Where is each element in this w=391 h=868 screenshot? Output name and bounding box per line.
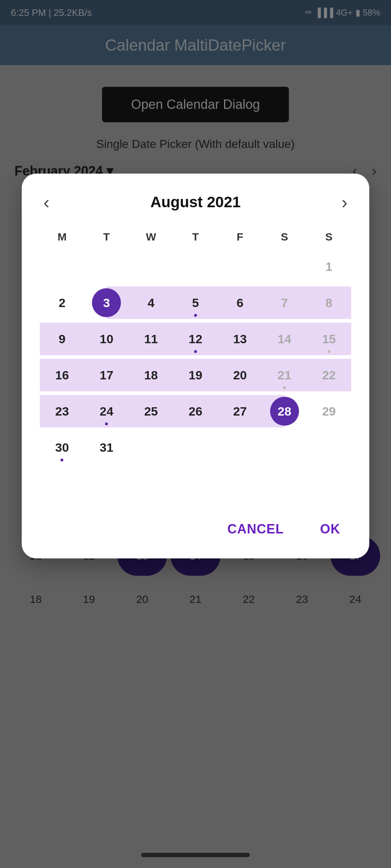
cal-day-cell <box>173 250 218 283</box>
cal-day-cell <box>84 250 129 283</box>
day-number: 2 <box>47 288 76 317</box>
cal-day-cell[interactable]: 30 <box>40 431 84 464</box>
cal-day-cell[interactable]: 16 <box>40 359 84 391</box>
day-number: 1 <box>315 252 344 281</box>
prev-month-button[interactable]: ‹ <box>40 192 53 213</box>
day-number: 19 <box>181 361 210 390</box>
cal-day-cell <box>40 250 84 283</box>
weekday-label: S <box>307 231 351 243</box>
cal-day-cell[interactable]: 11 <box>129 323 173 355</box>
ok-button[interactable]: OK <box>309 514 351 544</box>
day-number: 4 <box>136 288 165 317</box>
cal-day-cell <box>173 431 218 464</box>
cal-day-cell[interactable]: 26 <box>173 395 218 427</box>
day-number: 25 <box>136 397 165 426</box>
weekday-label: T <box>84 231 129 243</box>
day-number: 28 <box>270 397 299 426</box>
event-dot <box>194 314 197 317</box>
day-number: 11 <box>136 324 165 353</box>
day-number: 5 <box>181 288 210 317</box>
cal-day-cell[interactable]: 13 <box>218 323 262 355</box>
day-number: 10 <box>92 324 121 353</box>
next-month-button[interactable]: › <box>338 192 351 213</box>
cal-day-cell <box>218 250 262 283</box>
cal-day-cell <box>218 431 262 464</box>
cal-day-cell <box>262 250 307 283</box>
cal-day-cell[interactable]: 28 <box>262 395 307 427</box>
cal-day-cell[interactable]: 14 <box>262 323 307 355</box>
cal-grid: 1234567891011121314151617181920212223242… <box>40 250 351 500</box>
cal-day-cell[interactable]: 29 <box>307 395 351 427</box>
cal-day-cell <box>129 250 173 283</box>
day-number: 24 <box>92 397 121 426</box>
weekday-label: M <box>40 231 84 243</box>
cal-day-cell[interactable]: 24 <box>84 395 129 427</box>
cal-day-cell[interactable]: 1 <box>307 250 351 283</box>
day-number: 30 <box>47 433 76 462</box>
weekday-label: F <box>218 231 262 243</box>
cal-day-cell[interactable]: 5 <box>173 286 218 319</box>
cal-day-cell[interactable]: 31 <box>84 431 129 464</box>
dialog-month-title: August 2021 <box>150 193 241 211</box>
cal-day-cell[interactable]: 25 <box>129 395 173 427</box>
cal-day-cell[interactable]: 23 <box>40 395 84 427</box>
day-number: 26 <box>181 397 210 426</box>
event-dot <box>328 350 331 353</box>
home-indicator <box>141 853 250 857</box>
cal-day-cell <box>307 431 351 464</box>
cal-day-cell[interactable]: 6 <box>218 286 262 319</box>
cal-day-cell[interactable]: 2 <box>40 286 84 319</box>
weekday-label: S <box>262 231 307 243</box>
day-number: 27 <box>226 397 255 426</box>
day-number: 9 <box>47 324 76 353</box>
cal-day-cell[interactable]: 4 <box>129 286 173 319</box>
day-number: 20 <box>226 361 255 390</box>
cal-day-cell[interactable]: 18 <box>129 359 173 391</box>
cal-day-cell[interactable]: 19 <box>173 359 218 391</box>
cal-weekdays: MTWTFSS <box>40 231 351 243</box>
day-number: 29 <box>315 397 344 426</box>
cal-day-cell[interactable]: 10 <box>84 323 129 355</box>
cal-day-cell[interactable]: 8 <box>307 286 351 319</box>
cal-day-cell[interactable]: 7 <box>262 286 307 319</box>
day-number: 15 <box>315 324 344 353</box>
cancel-button[interactable]: CANCEL <box>216 514 295 544</box>
day-number: 23 <box>47 397 76 426</box>
day-number: 31 <box>92 433 121 462</box>
cal-day-cell[interactable]: 22 <box>307 359 351 391</box>
day-number: 18 <box>136 361 165 390</box>
day-number: 14 <box>270 324 299 353</box>
day-number: 7 <box>270 288 299 317</box>
event-dot <box>194 350 197 353</box>
weekday-label: W <box>129 231 173 243</box>
cal-day-cell[interactable]: 20 <box>218 359 262 391</box>
dialog-header: ‹ August 2021 › <box>40 192 351 213</box>
day-number: 22 <box>315 361 344 390</box>
cal-day-cell[interactable]: 21 <box>262 359 307 391</box>
cal-day-cell <box>262 431 307 464</box>
day-number: 17 <box>92 361 121 390</box>
day-number: 8 <box>315 288 344 317</box>
weekday-label: T <box>173 231 218 243</box>
cal-day-cell[interactable]: 27 <box>218 395 262 427</box>
cal-day-cell[interactable]: 17 <box>84 359 129 391</box>
event-dot <box>283 386 286 389</box>
cal-day-cell[interactable]: 15 <box>307 323 351 355</box>
cal-day-cell[interactable]: 9 <box>40 323 84 355</box>
cal-day-cell[interactable]: 3 <box>84 286 129 319</box>
day-number: 3 <box>92 288 121 317</box>
day-number: 13 <box>226 324 255 353</box>
dialog-actions: CANCEL OK <box>40 514 351 544</box>
day-number: 21 <box>270 361 299 390</box>
cal-day-cell <box>129 431 173 464</box>
day-number: 6 <box>226 288 255 317</box>
cal-day-cell <box>40 467 84 500</box>
calendar-dialog: ‹ August 2021 › MTWTFSS 1234567891011121… <box>22 174 369 558</box>
day-number: 16 <box>47 361 76 390</box>
cal-day-cell[interactable]: 12 <box>173 323 218 355</box>
day-number: 12 <box>181 324 210 353</box>
